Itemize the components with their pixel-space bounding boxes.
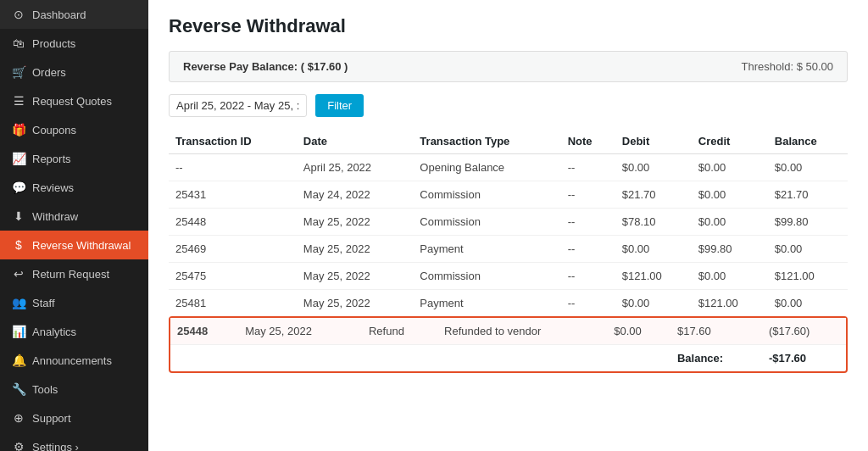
coupons-icon: 🎁 bbox=[12, 123, 25, 136]
support-icon: ⊕ bbox=[12, 411, 25, 425]
table-row: 25469May 25, 2022Payment--$0.00$99.80$0.… bbox=[169, 236, 848, 263]
sidebar-label-return-request: Return Request bbox=[32, 268, 109, 281]
hl-cell-date: May 25, 2022 bbox=[238, 318, 362, 345]
cell-note: -- bbox=[561, 263, 615, 290]
cell-credit: $99.80 bbox=[692, 236, 768, 263]
sidebar-item-tools[interactable]: 🔧Tools bbox=[0, 375, 148, 404]
filter-button[interactable]: Filter bbox=[315, 94, 364, 117]
sidebar-label-withdraw: Withdraw bbox=[32, 210, 78, 223]
col-header-transaction-type: Transaction Type bbox=[413, 129, 560, 154]
balance-summary-value: -$17.60 bbox=[762, 345, 846, 372]
sidebar-item-coupons[interactable]: 🎁Coupons bbox=[0, 115, 148, 144]
cell-note: -- bbox=[561, 154, 615, 181]
analytics-icon: 📊 bbox=[12, 325, 25, 338]
page-title: Reverse Withdrawal bbox=[169, 15, 848, 37]
col-header-note: Note bbox=[561, 129, 615, 154]
balance-summary-label: Balance: bbox=[670, 345, 762, 372]
threshold-label: Threshold: $ 50.00 bbox=[742, 60, 833, 73]
main-content: Reverse Withdrawal Reverse Pay Balance: … bbox=[148, 0, 868, 451]
settings-icon: ⚙ bbox=[12, 440, 25, 451]
cell-date: April 25, 2022 bbox=[297, 154, 414, 181]
table-header: Transaction IDDateTransaction TypeNoteDe… bbox=[169, 129, 848, 154]
cell-balance: $0.00 bbox=[768, 236, 848, 263]
sidebar-label-coupons: Coupons bbox=[32, 124, 76, 136]
hl-cell-debit: $0.00 bbox=[607, 318, 670, 345]
cell-balance: $21.70 bbox=[768, 181, 848, 209]
hl-cell-note: Refunded to vendor bbox=[437, 318, 607, 345]
col-header-credit: Credit bbox=[692, 129, 768, 154]
col-header-transaction-id: Transaction ID bbox=[169, 129, 297, 154]
cell-debit: $0.00 bbox=[615, 236, 692, 263]
dashboard-icon: ⊙ bbox=[12, 8, 25, 21]
cell-date: May 25, 2022 bbox=[297, 209, 414, 236]
reverse-withdrawal-icon: $ bbox=[12, 238, 25, 252]
cell-credit: $121.00 bbox=[692, 290, 768, 317]
summary-empty-2 bbox=[362, 345, 437, 372]
return-request-icon: ↩ bbox=[12, 267, 25, 281]
reports-icon: 📈 bbox=[12, 152, 25, 165]
cell-debit: $0.00 bbox=[615, 290, 692, 317]
cell-transaction-id: 25431 bbox=[169, 181, 297, 209]
hl-cell-transaction-type: Refund bbox=[362, 318, 437, 345]
cell-transaction-type: Payment bbox=[413, 236, 560, 263]
sidebar-item-dashboard[interactable]: ⊙Dashboard bbox=[0, 0, 148, 29]
cell-transaction-id: 25475 bbox=[169, 263, 297, 290]
cell-debit: $78.10 bbox=[615, 209, 692, 236]
withdraw-icon: ⬇ bbox=[12, 209, 25, 223]
balance-bar: Reverse Pay Balance: ( $17.60 ) Threshol… bbox=[169, 51, 848, 82]
sidebar-item-products[interactable]: 🛍Products bbox=[0, 29, 148, 58]
announcements-icon: 🔔 bbox=[12, 354, 25, 367]
balance-summary-row: Balance:-$17.60 bbox=[170, 345, 846, 372]
hl-cell-balance: ($17.60) bbox=[762, 318, 846, 345]
sidebar-label-settings: Settings › bbox=[32, 441, 79, 452]
orders-icon: 🛒 bbox=[12, 65, 25, 79]
sidebar-item-return-request[interactable]: ↩Return Request bbox=[0, 259, 148, 288]
cell-note: -- bbox=[561, 236, 615, 263]
sidebar-item-support[interactable]: ⊕Support bbox=[0, 404, 148, 432]
cell-note: -- bbox=[561, 181, 615, 209]
cell-credit: $0.00 bbox=[692, 209, 768, 236]
sidebar-label-reverse-withdrawal: Reverse Withdrawal bbox=[32, 239, 131, 252]
col-header-balance: Balance bbox=[768, 129, 848, 154]
highlighted-table-row: 25448May 25, 2022RefundRefunded to vendo… bbox=[170, 318, 846, 345]
sidebar-item-reviews[interactable]: 💬Reviews bbox=[0, 173, 148, 202]
sidebar-label-request-quotes: Request Quotes bbox=[32, 95, 112, 108]
table-row: 25475May 25, 2022Commission--$121.00$0.0… bbox=[169, 263, 848, 290]
cell-date: May 24, 2022 bbox=[297, 181, 414, 209]
filter-row: April 25, 2022 - May 25, : Filter bbox=[169, 94, 848, 117]
table-row: 25481May 25, 2022Payment--$0.00$121.00$0… bbox=[169, 290, 848, 317]
cell-date: May 25, 2022 bbox=[297, 236, 414, 263]
products-icon: 🛍 bbox=[12, 36, 25, 50]
sidebar-item-announcements[interactable]: 🔔Announcements bbox=[0, 346, 148, 375]
sidebar-item-analytics[interactable]: 📊Analytics bbox=[0, 317, 148, 346]
sidebar-label-reports: Reports bbox=[32, 153, 71, 165]
sidebar-item-reverse-withdrawal[interactable]: $Reverse Withdrawal bbox=[0, 231, 148, 259]
date-range: April 25, 2022 - May 25, : bbox=[169, 94, 307, 117]
highlighted-section: 25448May 25, 2022RefundRefunded to vendo… bbox=[169, 316, 848, 373]
cell-balance: $121.00 bbox=[768, 263, 848, 290]
sidebar-item-request-quotes[interactable]: ☰Request Quotes bbox=[0, 86, 148, 115]
sidebar-item-withdraw[interactable]: ⬇Withdraw bbox=[0, 202, 148, 231]
cell-transaction-type: Payment bbox=[413, 290, 560, 317]
cell-balance: $0.00 bbox=[768, 154, 848, 181]
cell-debit: $0.00 bbox=[615, 154, 692, 181]
sidebar-item-reports[interactable]: 📈Reports bbox=[0, 144, 148, 173]
cell-transaction-id: -- bbox=[169, 154, 297, 181]
cell-transaction-type: Commission bbox=[413, 263, 560, 290]
sidebar-item-settings[interactable]: ⚙Settings › bbox=[0, 432, 148, 451]
sidebar-item-staff[interactable]: 👥Staff bbox=[0, 288, 148, 317]
table-row: 25448May 25, 2022Commission--$78.10$0.00… bbox=[169, 209, 848, 236]
hl-cell-transaction-id: 25448 bbox=[170, 318, 238, 345]
transactions-table: Transaction IDDateTransaction TypeNoteDe… bbox=[169, 129, 848, 316]
table-row: 25431May 24, 2022Commission--$21.70$0.00… bbox=[169, 181, 848, 209]
staff-icon: 👥 bbox=[12, 296, 25, 309]
sidebar-label-analytics: Analytics bbox=[32, 326, 76, 338]
hl-cell-credit: $17.60 bbox=[670, 318, 762, 345]
summary-empty-0 bbox=[170, 345, 238, 372]
sidebar-item-orders[interactable]: 🛒Orders bbox=[0, 58, 148, 86]
cell-date: May 25, 2022 bbox=[297, 290, 414, 317]
reviews-icon: 💬 bbox=[12, 181, 25, 194]
cell-transaction-type: Commission bbox=[413, 181, 560, 209]
cell-note: -- bbox=[561, 209, 615, 236]
balance-label: Reverse Pay Balance: ( $17.60 ) bbox=[183, 60, 348, 73]
